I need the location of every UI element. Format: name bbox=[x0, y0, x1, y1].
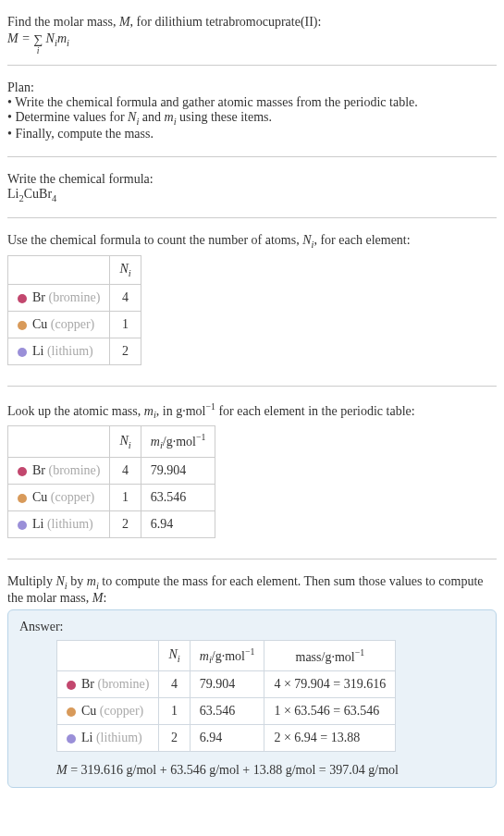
element-cell: Br (bromine) bbox=[8, 284, 110, 311]
var-M-f: M bbox=[7, 31, 18, 45]
element-sym: Li bbox=[81, 731, 92, 744]
element-bullet-icon bbox=[67, 734, 76, 744]
col-ni-v: N bbox=[119, 262, 128, 276]
var-Ni: N bbox=[46, 31, 55, 45]
multiply-section: Multiply Ni by mi to compute the mass fo… bbox=[7, 567, 497, 795]
eq-sign: = bbox=[18, 31, 33, 45]
divider bbox=[7, 386, 497, 387]
col-ni-s: i bbox=[129, 440, 131, 450]
col-element bbox=[8, 256, 110, 285]
element-name: (bromine) bbox=[49, 290, 101, 304]
col-element bbox=[57, 640, 159, 670]
mass-cell: 2 × 6.94 = 13.88 bbox=[264, 725, 396, 752]
element-bullet-icon bbox=[18, 321, 27, 330]
lookup-table: Ni mi/g·mol−1 Br (bromine) 4 79.904 Cu (… bbox=[7, 425, 215, 537]
table-row: Br (bromine) 4 79.904 4 × 79.904 = 319.6… bbox=[57, 671, 396, 698]
col-mass: mass/g·mol−1 bbox=[264, 640, 396, 670]
sigma-block: ∑i bbox=[33, 32, 43, 47]
intro-text-b: , for dilithium tetrabromocuprate(II): bbox=[130, 15, 322, 29]
col-mi-unit: /g·mol bbox=[212, 648, 245, 662]
element-name: (lithium) bbox=[96, 731, 142, 744]
lookup-heading: Look up the atomic mass, mi, in g·mol−1 … bbox=[7, 401, 497, 420]
element-bullet-icon bbox=[18, 467, 27, 476]
chem-formula-value: Li2CuBr4 bbox=[7, 187, 497, 203]
element-cell: Li (lithium) bbox=[57, 725, 159, 752]
chem-br: Br bbox=[39, 187, 52, 201]
mi-cell: 79.904 bbox=[190, 671, 264, 698]
divider bbox=[7, 65, 497, 66]
ni-cell: 1 bbox=[159, 698, 190, 725]
ni-cell: 4 bbox=[159, 671, 190, 698]
element-name: (lithium) bbox=[47, 344, 93, 358]
plan-heading: Plan: bbox=[7, 80, 497, 95]
final-sum: = 319.616 g/mol + 63.546 g/mol + 13.88 g… bbox=[68, 763, 399, 777]
mul-b: by bbox=[68, 574, 87, 588]
element-name: (copper) bbox=[100, 704, 143, 718]
mi-cell: 79.904 bbox=[141, 457, 215, 484]
col-mi-v: m bbox=[151, 435, 160, 449]
plan-item-3: • Finally, compute the mass. bbox=[7, 127, 497, 141]
intro-text-a: Find the molar mass, bbox=[7, 15, 119, 29]
element-cell: Li (lithium) bbox=[8, 510, 110, 537]
mi-cell: 6.94 bbox=[141, 510, 215, 537]
element-cell: Br (bromine) bbox=[8, 457, 110, 484]
plan2-a: • Determine values for bbox=[7, 110, 128, 124]
col-element bbox=[8, 426, 110, 457]
mi-cell: 6.94 bbox=[190, 725, 264, 752]
element-cell: Cu (copper) bbox=[8, 311, 110, 338]
col-ni: Ni bbox=[159, 640, 190, 670]
var-mi: m bbox=[57, 31, 67, 45]
col-ni-s: i bbox=[129, 268, 131, 278]
mi-cell: 63.546 bbox=[190, 698, 264, 725]
ni-cell: 1 bbox=[110, 484, 141, 510]
chem-cu: Cu bbox=[24, 187, 39, 201]
element-cell: Cu (copper) bbox=[57, 698, 159, 725]
table-header-row: Ni bbox=[8, 256, 141, 285]
var-Ni-c: N bbox=[302, 233, 311, 247]
element-sym: Br bbox=[81, 677, 94, 691]
element-name: (bromine) bbox=[98, 677, 150, 691]
chem-li: Li bbox=[7, 187, 18, 201]
col-mi-v: m bbox=[200, 648, 209, 662]
element-name: (copper) bbox=[51, 317, 94, 331]
col-ni: Ni bbox=[110, 426, 141, 457]
element-sym: Cu bbox=[32, 317, 47, 331]
element-name: (bromine) bbox=[49, 463, 101, 477]
var-M-final: M bbox=[56, 763, 68, 777]
sup-neg1: −1 bbox=[245, 646, 254, 657]
mul-d: : bbox=[103, 591, 106, 605]
count-h-a: Use the chemical formula to count the nu… bbox=[7, 233, 302, 247]
sigma-sub: i bbox=[37, 47, 40, 55]
var-M: M bbox=[119, 15, 130, 29]
element-cell: Br (bromine) bbox=[57, 671, 159, 698]
plan2-b: and bbox=[139, 110, 164, 124]
var-mi-sub: i bbox=[67, 38, 69, 48]
element-bullet-icon bbox=[18, 494, 27, 503]
mul-a: Multiply bbox=[7, 574, 56, 588]
ni-cell: 4 bbox=[110, 457, 141, 484]
ni-cell: 1 bbox=[110, 311, 141, 338]
sup-neg1: −1 bbox=[205, 401, 215, 412]
table-header-row: Ni mi/g·mol−1 mass/g·mol−1 bbox=[57, 640, 396, 670]
molar-mass-formula: M = ∑i Nimi bbox=[7, 30, 497, 50]
sigma-icon: ∑ bbox=[33, 32, 43, 46]
table-row: Li (lithium) 2 bbox=[8, 338, 141, 364]
lk-h-a: Look up the atomic mass, bbox=[7, 404, 144, 418]
element-bullet-icon bbox=[67, 707, 76, 717]
ni-cell: 2 bbox=[159, 725, 190, 752]
ni-cell: 2 bbox=[110, 510, 141, 537]
count-heading: Use the chemical formula to count the nu… bbox=[7, 233, 497, 250]
count-table: Ni Br (bromine) 4 Cu (copper) 1 Li (lith… bbox=[7, 255, 141, 365]
table-row: Cu (copper) 1 63.546 1 × 63.546 = 63.546 bbox=[57, 698, 396, 725]
var-mi-m: m bbox=[87, 574, 96, 588]
chem-br-sub: 4 bbox=[52, 192, 56, 203]
col-ni: Ni bbox=[110, 256, 141, 285]
plan-item-2: • Determine values for Ni and mi using t… bbox=[7, 110, 497, 127]
element-bullet-icon bbox=[18, 521, 27, 530]
answer-box: Answer: Ni mi/g·mol−1 mass/g·mol−1 Br (b… bbox=[7, 609, 497, 788]
table-row: Cu (copper) 1 63.546 bbox=[8, 484, 215, 510]
element-bullet-icon bbox=[18, 348, 27, 357]
table-row: Li (lithium) 2 6.94 2 × 6.94 = 13.88 bbox=[57, 725, 396, 752]
lookup-section: Look up the atomic mass, mi, in g·mol−1 … bbox=[7, 394, 497, 551]
table-header-row: Ni mi/g·mol−1 bbox=[8, 426, 215, 457]
